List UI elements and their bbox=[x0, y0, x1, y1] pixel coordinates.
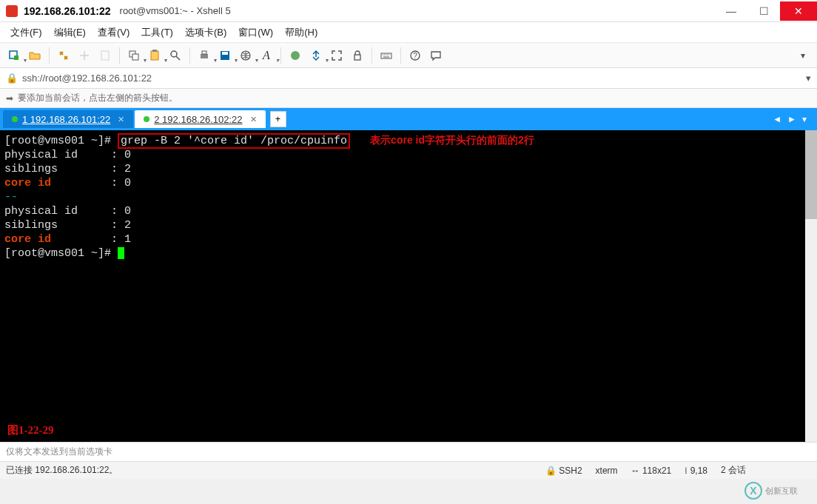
tab-label: 2 192.168.26.102:22 bbox=[154, 114, 242, 125]
output-line: : 0 bbox=[51, 177, 131, 189]
hint-text: 要添加当前会话，点击左侧的箭头按钮。 bbox=[18, 92, 178, 104]
close-button[interactable]: ✕ bbox=[780, 1, 817, 21]
prompt: [root@vms001 ~]# bbox=[4, 247, 118, 260]
highlighted-command: grep -B 2 '^core id' /proc/cpuinfo bbox=[118, 133, 350, 149]
hint-bar: ➡ 要添加当前会话，点击左侧的箭头按钮。 bbox=[0, 89, 817, 108]
prompt: [root@vms001 ~]# bbox=[4, 135, 118, 147]
menu-help[interactable]: 帮助(H) bbox=[280, 23, 322, 42]
tab-next-icon[interactable]: ► bbox=[787, 114, 796, 124]
address-bar[interactable]: 🔒 ssh://root@192.168.26.101:22 ▾ bbox=[0, 68, 817, 89]
output-line: : 1 bbox=[51, 233, 131, 246]
hint-arrow-icon[interactable]: ➡ bbox=[6, 93, 13, 104]
keyboard-icon[interactable] bbox=[377, 46, 396, 65]
compose-placeholder: 仅将文本发送到当前选项卡 bbox=[6, 446, 112, 458]
open-folder-icon[interactable] bbox=[25, 46, 44, 65]
font-icon[interactable]: A bbox=[257, 46, 276, 65]
match-text: core id bbox=[4, 177, 51, 189]
output-line: siblings : 2 bbox=[4, 219, 131, 232]
compose-input[interactable]: 仅将文本发送到当前选项卡 bbox=[0, 442, 817, 461]
annotation-text: 表示core id字符开头行的前面的2行 bbox=[370, 134, 534, 146]
reconnect-icon[interactable] bbox=[54, 46, 73, 65]
tab-strip: 1 192.168.26.101:22 ✕ 2 192.168.26.102:2… bbox=[0, 108, 817, 130]
maximize-button[interactable]: ☐ bbox=[747, 1, 780, 21]
svg-text:?: ? bbox=[413, 52, 417, 60]
transfer-icon[interactable] bbox=[306, 46, 326, 65]
terminal[interactable]: [root@vms001 ~]# grep -B 2 '^core id' /p… bbox=[0, 130, 817, 442]
tab-prev-icon[interactable]: ◄ bbox=[773, 114, 781, 124]
status-ssh: 🔒 SSH2 bbox=[545, 466, 582, 476]
status-connection: 已连接 192.168.26.101:22。 bbox=[6, 464, 118, 477]
title-host: 192.168.26.101:22 bbox=[24, 5, 111, 17]
watermark: X 创新互联 bbox=[744, 480, 811, 501]
menu-tools[interactable]: 工具(T) bbox=[137, 23, 178, 42]
globe-icon[interactable] bbox=[236, 46, 255, 65]
tab-close-icon[interactable]: ✕ bbox=[250, 115, 257, 124]
svg-rect-8 bbox=[201, 54, 208, 58]
menu-view[interactable]: 查看(V) bbox=[93, 23, 134, 42]
status-dot-icon bbox=[12, 116, 18, 122]
status-dot-icon bbox=[144, 116, 149, 122]
help-icon[interactable]: ? bbox=[406, 46, 425, 65]
match-text: core id bbox=[4, 233, 51, 246]
svg-rect-1 bbox=[14, 56, 19, 60]
address-url: ssh://root@192.168.26.101:22 bbox=[22, 73, 152, 84]
svg-rect-2 bbox=[101, 51, 109, 60]
tab-label: 1 192.168.26.101:22 bbox=[22, 114, 110, 125]
lock-icon[interactable] bbox=[348, 46, 367, 65]
properties-icon[interactable] bbox=[95, 46, 115, 65]
window-buttons: — ☐ ✕ bbox=[715, 1, 817, 21]
titlebar: 192.168.26.101:22 root@vms001:~ - Xshell… bbox=[0, 0, 817, 22]
status-size: ↔ 118x21 bbox=[631, 466, 672, 476]
tab-list-icon[interactable]: ▾ bbox=[802, 114, 807, 124]
watermark-text: 创新互联 bbox=[765, 487, 798, 495]
menu-tabs[interactable]: 选项卡(B) bbox=[181, 23, 231, 42]
save-icon[interactable] bbox=[215, 46, 235, 65]
chat-icon[interactable] bbox=[426, 46, 446, 65]
search-icon[interactable] bbox=[166, 46, 185, 65]
add-tab-button[interactable]: + bbox=[270, 111, 286, 127]
disconnect-icon[interactable] bbox=[75, 46, 94, 65]
figure-label: 图1-22-29 bbox=[7, 423, 54, 437]
status-termtype: xterm bbox=[596, 466, 618, 476]
scrollbar-thumb[interactable] bbox=[805, 130, 817, 219]
menu-edit[interactable]: 编辑(E) bbox=[50, 23, 90, 42]
svg-rect-11 bbox=[222, 52, 228, 55]
separator: -- bbox=[4, 191, 18, 204]
terminal-scrollbar[interactable] bbox=[805, 130, 817, 442]
tab-nav: ◄ ► ▾ bbox=[773, 114, 814, 124]
menubar: 文件(F) 编辑(E) 查看(V) 工具(T) 选项卡(B) 窗口(W) 帮助(… bbox=[0, 22, 817, 43]
script-icon[interactable] bbox=[286, 46, 305, 65]
toolbar-overflow-icon[interactable]: ▾ bbox=[793, 46, 813, 65]
toolbar: A ? ▾ bbox=[0, 43, 817, 68]
svg-point-7 bbox=[171, 51, 177, 57]
tab-close-icon[interactable]: ✕ bbox=[118, 115, 124, 124]
copy-icon[interactable] bbox=[124, 46, 144, 65]
svg-rect-4 bbox=[132, 54, 138, 60]
minimize-button[interactable]: — bbox=[715, 1, 747, 21]
svg-rect-9 bbox=[202, 51, 206, 54]
svg-point-13 bbox=[291, 51, 300, 60]
output-line: physical id : 0 bbox=[4, 205, 131, 218]
print-icon[interactable] bbox=[195, 46, 214, 65]
tab-session-2[interactable]: 2 192.168.26.102:22 ✕ bbox=[135, 110, 265, 128]
svg-rect-15 bbox=[381, 53, 391, 58]
fullscreen-icon[interactable] bbox=[327, 46, 346, 65]
svg-rect-6 bbox=[152, 50, 157, 52]
new-session-icon[interactable] bbox=[4, 46, 24, 65]
status-bar: 已连接 192.168.26.101:22。 🔒 SSH2 xterm ↔ 11… bbox=[0, 461, 817, 479]
status-cursor-pos: ⁞ 9,18 bbox=[685, 466, 707, 476]
cursor bbox=[118, 247, 124, 259]
svg-rect-14 bbox=[354, 55, 360, 60]
tab-session-1[interactable]: 1 192.168.26.101:22 ✕ bbox=[3, 110, 133, 128]
title-session: root@vms001:~ - Xshell 5 bbox=[120, 5, 231, 16]
watermark-logo-icon: X bbox=[744, 482, 762, 500]
output-line: physical id : 0 bbox=[4, 149, 131, 161]
status-sessions: 2 会话 bbox=[721, 464, 746, 477]
svg-rect-5 bbox=[151, 51, 158, 60]
app-icon bbox=[6, 5, 18, 17]
lock-small-icon: 🔒 bbox=[6, 73, 18, 84]
address-dropdown-icon[interactable]: ▾ bbox=[806, 73, 811, 84]
paste-icon[interactable] bbox=[145, 46, 164, 65]
menu-file[interactable]: 文件(F) bbox=[6, 23, 47, 42]
menu-window[interactable]: 窗口(W) bbox=[234, 23, 278, 42]
